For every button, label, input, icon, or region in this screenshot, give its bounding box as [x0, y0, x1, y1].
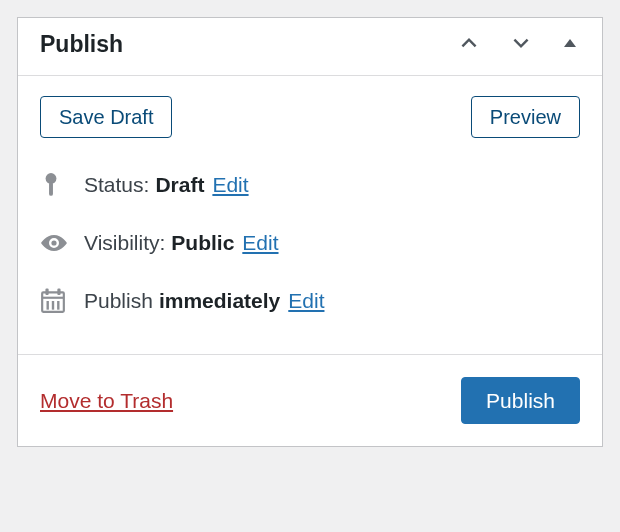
edit-status-link[interactable]: Edit	[212, 173, 248, 197]
svg-rect-8	[47, 301, 49, 310]
triangle-up-icon	[562, 35, 578, 54]
visibility-value: Public	[171, 231, 234, 255]
toggle-panel-button[interactable]	[558, 31, 582, 58]
svg-rect-2	[49, 182, 53, 196]
svg-rect-9	[52, 301, 54, 310]
major-publishing-actions: Move to Trash Publish	[18, 354, 602, 446]
visibility-row: Visibility: Public Edit	[40, 214, 580, 272]
schedule-row: Publish immediately Edit	[40, 272, 580, 330]
move-down-button[interactable]	[506, 28, 536, 61]
pin-icon	[40, 172, 70, 198]
status-value: Draft	[155, 173, 204, 197]
svg-marker-0	[564, 39, 576, 47]
status-label: Status:	[84, 173, 149, 197]
move-up-button[interactable]	[454, 28, 484, 61]
publish-metabox: Publish Save Draft Preview	[17, 17, 603, 447]
move-to-trash-link[interactable]: Move to Trash	[40, 389, 173, 413]
eye-icon	[40, 230, 70, 256]
minor-publishing-actions: Save Draft Preview	[18, 76, 602, 150]
header-order-buttons	[454, 28, 582, 61]
edit-visibility-link[interactable]: Edit	[242, 231, 278, 255]
status-row: Status: Draft Edit	[40, 156, 580, 214]
chevron-down-icon	[510, 32, 532, 57]
schedule-value: immediately	[159, 289, 280, 313]
save-draft-button[interactable]: Save Draft	[40, 96, 172, 138]
metabox-header: Publish	[18, 18, 602, 76]
visibility-label: Visibility:	[84, 231, 165, 255]
calendar-icon	[40, 288, 70, 314]
schedule-label: Publish	[84, 289, 153, 313]
svg-rect-10	[57, 301, 59, 310]
svg-point-3	[51, 240, 56, 245]
panel-title: Publish	[40, 31, 123, 58]
svg-rect-5	[45, 289, 48, 296]
edit-schedule-link[interactable]: Edit	[288, 289, 324, 313]
chevron-up-icon	[458, 32, 480, 57]
misc-publishing-actions: Status: Draft Edit Visibility: Public Ed…	[18, 150, 602, 354]
svg-rect-6	[57, 289, 60, 296]
publish-button[interactable]: Publish	[461, 377, 580, 424]
preview-button[interactable]: Preview	[471, 96, 580, 138]
